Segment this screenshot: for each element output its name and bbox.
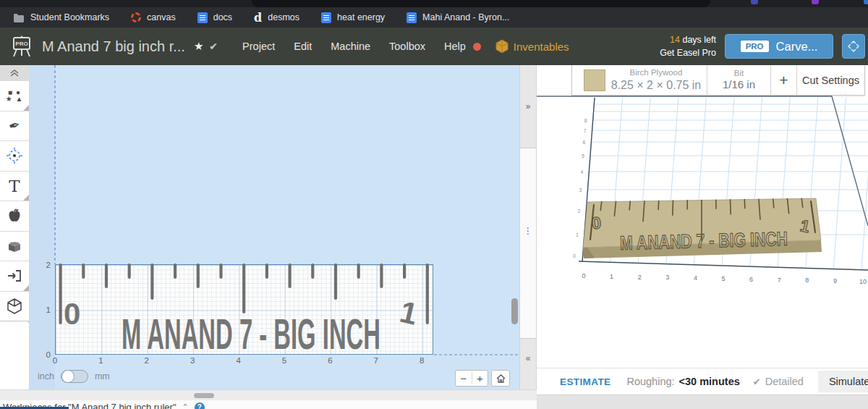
ruler-design[interactable]: 012345678 012 0 1 M ANAND 7 - BIG INCH: [29, 65, 519, 389]
fullscreen-expand-button[interactable]: [842, 34, 865, 59]
bookmark-label: desmos: [268, 12, 299, 22]
design-canvas-2d[interactable]: 012345678 012 0 1 M ANAND 7 - BIG INCH i…: [29, 65, 519, 389]
preview-pane-3d[interactable]: 012345678910 12345678 0 0 1 M ANAND 7 - …: [537, 65, 868, 409]
bit-label: Bit: [723, 68, 755, 78]
axis-horizontal: [579, 261, 868, 270]
inventables-label: Inventables: [514, 41, 569, 53]
zoom-controls: − +: [455, 370, 510, 387]
bit-selector[interactable]: Bit 1/16 in: [707, 65, 770, 95]
bookmark-label: canvas: [147, 12, 176, 22]
get-easel-pro-link[interactable]: Get Easel Pro: [660, 46, 716, 59]
trial-days-left[interactable]: 14 days left Get Easel Pro: [660, 33, 716, 59]
zoom-out-button[interactable]: −: [456, 372, 472, 384]
svg-text:6: 6: [583, 140, 586, 145]
text-tool[interactable]: T: [0, 172, 29, 202]
preview-3d-scene[interactable]: 012345678910 12345678 0 0 1 M ANAND 7 - …: [537, 65, 868, 368]
ruler-numeral-1[interactable]: 1: [397, 295, 421, 332]
project-title[interactable]: M Anand 7 big inch r...: [42, 38, 185, 55]
menu-help[interactable]: Help: [444, 41, 466, 52]
zoom-in-button[interactable]: +: [472, 372, 488, 384]
engraved-name-text: M ANAND 7 - BIG INCH: [620, 228, 788, 254]
engraved-numeral-0: 0: [591, 213, 602, 232]
origin-tool[interactable]: [0, 141, 29, 172]
days-left-number: 14: [670, 35, 680, 45]
svg-text:1: 1: [46, 305, 51, 314]
pen-tool[interactable]: ✒: [0, 111, 29, 142]
bit-value: 1/16 in: [723, 78, 755, 92]
cut-settings-button[interactable]: Cut Settings: [796, 65, 864, 95]
workpieces-caret-icon[interactable]: ⌃: [182, 402, 189, 409]
text-tool-icon: T: [9, 177, 20, 195]
extension-icon[interactable]: [812, 0, 819, 4]
import-tool[interactable]: [0, 261, 29, 292]
divider-drag-handle[interactable]: ⋮: [520, 226, 536, 236]
bookmark-student-bookmarks[interactable]: Student Bookmarks: [13, 12, 109, 22]
collapse-left-icon[interactable]: «: [520, 353, 536, 363]
menu-bar: Project Edit Machine Toolbox Help: [242, 41, 466, 52]
bookmark-label: Student Bookmarks: [30, 12, 109, 22]
browser-topbar: [0, 0, 868, 7]
gdoc-icon: [407, 12, 417, 23]
svg-text:1: 1: [576, 232, 579, 237]
toolbar-collapse-button[interactable]: [0, 65, 29, 81]
svg-text:8: 8: [805, 277, 809, 284]
inventables-link[interactable]: Inventables: [495, 39, 569, 54]
estimate-bar: ESTIMATE Roughing: <30 minutes ✔ Detaile…: [537, 368, 868, 395]
svg-text:3: 3: [665, 274, 669, 281]
pen-nib-icon: ✒: [7, 117, 22, 135]
bookmark-desmos[interactable]: d desmos: [254, 11, 299, 25]
units-inch-label[interactable]: inch: [38, 371, 54, 381]
easel-pro-logo-icon[interactable]: PRO: [12, 35, 32, 58]
3d-view-tool[interactable]: [0, 292, 29, 322]
pane-divider[interactable]: » ⋮ «: [519, 65, 537, 389]
bookmark-mahi-anand[interactable]: Mahi Anand - Byron...: [407, 12, 509, 23]
estimate-label[interactable]: ESTIMATE: [560, 376, 610, 387]
zoom-home-button[interactable]: [491, 370, 510, 387]
favorite-star-icon[interactable]: ★: [194, 40, 203, 53]
workpieces-bar[interactable]: Workpieces for "M Anand 7 big inch ruler…: [0, 400, 537, 409]
carve-button[interactable]: PRO Carve...: [725, 34, 833, 59]
bookmark-label: docs: [213, 12, 232, 22]
units-switch-knob[interactable]: [61, 370, 75, 383]
axis-labels-x-3d: 012345678910: [582, 272, 867, 285]
add-bit-button[interactable]: +: [770, 65, 796, 95]
extension-icon[interactable]: [864, 0, 868, 4]
divider-bottom-section: [520, 338, 536, 389]
origin-label: 0: [573, 253, 576, 258]
extension-icon[interactable]: [751, 0, 758, 4]
days-left-text: days left: [682, 35, 716, 45]
bookmark-label: heat energy: [337, 12, 385, 22]
bookmark-heat-energy[interactable]: heat energy: [321, 12, 385, 23]
units-toggle: inch mm: [38, 370, 110, 383]
material-selector[interactable]: Birch Plywood 8.25 × 2 × 0.75 in: [572, 65, 707, 95]
shapes-tool[interactable]: ■ ●★ ▲: [0, 81, 29, 111]
menu-toolbox[interactable]: Toolbox: [389, 41, 425, 52]
collapse-right-icon[interactable]: »: [520, 101, 536, 111]
svg-text:2: 2: [46, 261, 51, 269]
canvas-vertical-scrollbar[interactable]: [511, 298, 518, 324]
simulate-button[interactable]: Simulate: [818, 371, 868, 392]
menu-project[interactable]: Project: [242, 41, 275, 52]
menu-machine[interactable]: Machine: [331, 41, 370, 52]
workpieces-help-icon[interactable]: ?: [195, 402, 205, 409]
lego-tool[interactable]: [0, 232, 29, 262]
carved-block[interactable]: 0 1 M ANAND 7 - BIG INCH: [583, 198, 822, 258]
ruler-name-text[interactable]: M ANAND 7 - BIG INCH: [122, 310, 380, 358]
svg-text:5: 5: [582, 153, 584, 159]
bookmark-docs[interactable]: docs: [197, 12, 232, 23]
material-toolbar: Birch Plywood 8.25 × 2 × 0.75 in Bit 1/1…: [571, 65, 865, 96]
svg-text:9: 9: [833, 277, 837, 284]
roughing-label: Roughing:: [626, 376, 674, 387]
svg-text:4: 4: [580, 169, 583, 174]
ruler-numeral-0[interactable]: 0: [64, 297, 80, 331]
canvas-bottom-strip: [0, 389, 537, 400]
units-mm-label[interactable]: mm: [95, 371, 110, 381]
menu-edit[interactable]: Edit: [294, 41, 312, 52]
browser-active-tab[interactable]: [252, 0, 710, 7]
bookmark-canvas[interactable]: canvas: [131, 12, 176, 22]
units-switch[interactable]: [61, 370, 88, 383]
preview-bottom-strip: [537, 395, 868, 409]
saved-check-icon: ✔: [209, 41, 218, 52]
canvas-horizontal-scrollbar[interactable]: [194, 393, 214, 398]
apps-tool[interactable]: [0, 201, 29, 232]
